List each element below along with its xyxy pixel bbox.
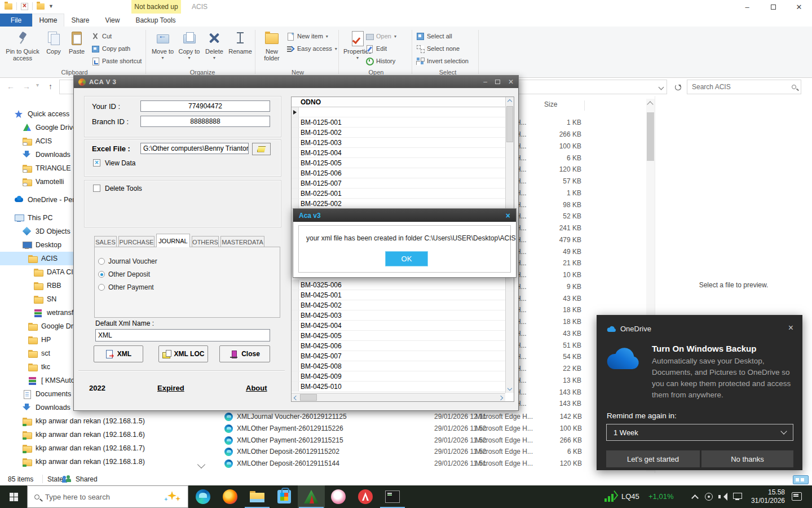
tab-journal[interactable]: JOURNAL — [156, 234, 190, 247]
up-icon[interactable]: ↑ — [48, 82, 52, 91]
taskbar-red-app-button[interactable] — [352, 485, 379, 508]
file-row[interactable]: H... 479 KB — [516, 234, 584, 246]
taskbar-clock[interactable]: 15.58 31/01/2026 — [742, 488, 785, 505]
tray-app-icon[interactable] — [705, 493, 713, 501]
footer-expired-link[interactable]: Expired — [157, 384, 184, 392]
edge-notification-icon[interactable] — [793, 475, 809, 484]
scroll-up-icon[interactable] — [647, 101, 653, 107]
grid-row[interactable]: BM-0425-003 — [292, 310, 505, 321]
sidebar-item[interactable]: kkp anwar dan rekan (192.168.1.8) — [0, 455, 208, 468]
pin-to-quick-access-button[interactable]: Pin to Quick access — [5, 30, 41, 67]
new-folder-qat-icon[interactable] — [37, 3, 45, 10]
file-row[interactable]: H... 241 KB — [516, 222, 584, 234]
qat-customize-caret[interactable]: ▼ — [48, 3, 54, 9]
radio-journal-voucher[interactable]: Journal Voucher — [98, 257, 157, 265]
open-button[interactable]: Open ▾ — [365, 31, 396, 41]
scroll-down-icon[interactable] — [508, 386, 512, 391]
grid-row[interactable]: BM-0425-010 — [292, 382, 505, 392]
file-row[interactable]: H... 18 KB — [516, 304, 584, 316]
grid-row[interactable]: BM-0425-009 — [292, 371, 505, 382]
grid-header-odno[interactable]: ODNO — [292, 97, 514, 107]
start-button[interactable] — [0, 485, 27, 508]
file-row[interactable]: H... 54 KB — [516, 351, 584, 363]
taskbar-firefox-button[interactable] — [217, 485, 244, 508]
taskbar-store-button[interactable] — [271, 485, 298, 508]
lets-get-started-button[interactable]: Let's get started — [606, 450, 700, 467]
paste-button[interactable]: Paste — [65, 30, 88, 67]
file-row[interactable]: H... 18 KB — [516, 316, 584, 328]
remind-interval-select[interactable]: 1 Week — [606, 424, 793, 441]
file-row[interactable]: H... 266 KB — [516, 129, 584, 141]
grid-row[interactable]: BM-0125-007 — [292, 178, 505, 189]
taskbar-edge-button[interactable] — [189, 485, 217, 508]
file-row[interactable]: XMLOther Deposit-260129115202 29/01/2026… — [210, 446, 646, 458]
easy-access-button[interactable]: Easy access ▾ — [286, 43, 337, 54]
tab-share[interactable]: Share — [64, 14, 96, 27]
file-row[interactable]: H... 57 KB — [516, 176, 584, 187]
aca-close-button[interactable]: ✕ — [508, 78, 514, 86]
volume-icon[interactable] — [718, 493, 727, 501]
grid-row[interactable]: BM-0425-005 — [292, 331, 505, 341]
file-row[interactable]: H... 9 KB — [516, 281, 584, 293]
stock-symbol[interactable]: LQ45 — [621, 492, 639, 501]
excel-file-field[interactable]: G:\Other computers\Benny Triantoro da — [140, 143, 249, 154]
grid-row[interactable]: BM-0125-001 — [292, 117, 505, 128]
file-row[interactable]: H... 1 KB — [516, 117, 584, 129]
grid-row[interactable]: BM-0425-004 — [292, 321, 505, 331]
properties-qat-icon[interactable] — [21, 3, 28, 10]
xml-name-field[interactable]: XML — [95, 329, 270, 341]
invert-selection-button[interactable]: Invert selection — [416, 56, 469, 66]
file-row[interactable]: H... 143 KB — [516, 398, 584, 410]
history-button[interactable]: History — [365, 56, 395, 66]
tab-backup-tools[interactable]: Backup Tools — [129, 14, 183, 27]
delete-button[interactable]: Delete ▾ — [202, 30, 226, 67]
tab-purchase[interactable]: PURCHASE — [118, 236, 155, 247]
copy-button[interactable]: Copy — [43, 30, 64, 67]
grid-row[interactable]: BM-0225-001 — [292, 189, 505, 199]
dialog-titlebar[interactable]: Aca v3 × — [293, 209, 516, 222]
maximize-button[interactable] — [760, 0, 786, 14]
tab-masterdata[interactable]: MASTERDATA — [220, 236, 264, 247]
file-row[interactable]: H... 43 KB — [516, 328, 584, 340]
new-folder-button[interactable]: New folder — [258, 30, 285, 67]
tab-others[interactable]: OTHERS — [192, 236, 219, 247]
network-icon[interactable] — [733, 493, 742, 499]
sidebar-item[interactable]: kkp anwar dan rekan (192.168.1.7) — [0, 441, 208, 455]
tab-view[interactable]: View — [96, 14, 129, 27]
file-row[interactable]: H... 143 KB — [516, 386, 584, 398]
file-row[interactable]: XMLOther Payment-260129115226 29/01/2026… — [210, 423, 646, 435]
copy-to-button[interactable]: Copy to ▾ — [176, 30, 202, 67]
grid-row[interactable]: BM-0425-002 — [292, 300, 505, 310]
minimize-button[interactable]: – — [734, 0, 760, 14]
copy-path-button[interactable]: Copy path — [91, 43, 130, 54]
move-to-button[interactable]: Move to ▾ — [150, 30, 175, 67]
scroll-up-icon[interactable] — [508, 99, 512, 104]
address-dropdown-caret[interactable] — [659, 85, 664, 90]
grid-row[interactable]: BM-0425-008 — [292, 361, 505, 371]
file-row[interactable]: H... 52 KB — [516, 211, 584, 222]
grid-row[interactable]: BM-0125-006 — [292, 168, 505, 178]
view-data-checkbox[interactable]: × — [93, 159, 100, 167]
delete-tools-label[interactable]: Delete Tools — [105, 185, 142, 192]
edit-button[interactable]: Edit — [365, 43, 387, 54]
footer-about-link[interactable]: About — [246, 384, 267, 392]
grid-new-row[interactable] — [292, 107, 505, 117]
file-row[interactable]: H... 98 KB — [516, 199, 584, 211]
grid-row[interactable]: BM-0425-001 — [292, 290, 505, 300]
file-row[interactable]: H... 120 KB — [516, 164, 584, 176]
file-row[interactable]: XMLOther Payment-260129115215 29/01/2026… — [210, 435, 646, 446]
your-id-field[interactable]: 774904472 — [140, 100, 270, 112]
xml-loc-button[interactable]: XML LOC — [158, 345, 208, 362]
taskbar-explorer-button[interactable] — [244, 485, 271, 508]
select-none-button[interactable]: Select none — [416, 43, 460, 54]
branch-id-field[interactable]: 88888888 — [140, 116, 270, 127]
grid-row[interactable]: BM-0425-006 — [292, 341, 505, 351]
file-row[interactable]: H... 13 KB — [516, 375, 584, 387]
file-row[interactable]: H... 100 KB — [516, 141, 584, 152]
radio-other-deposit[interactable]: Other Deposit — [98, 270, 150, 278]
scroll-right-icon[interactable] — [498, 396, 503, 400]
close-aca-button[interactable]: Close — [219, 345, 270, 362]
taskbar-aca-button[interactable] — [298, 485, 325, 508]
onedrive-close-icon[interactable]: × — [788, 323, 793, 333]
scrollbar-thumb[interactable] — [506, 106, 513, 142]
